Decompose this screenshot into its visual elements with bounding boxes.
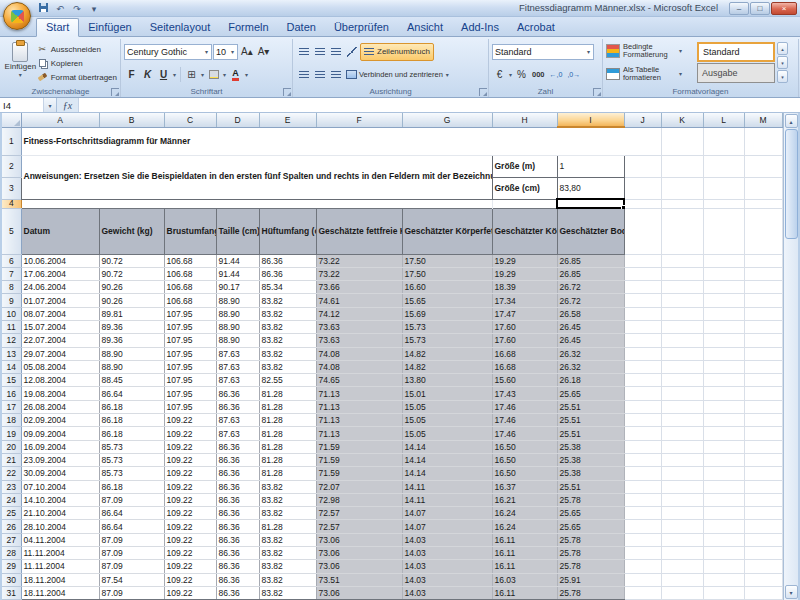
empty-cell[interactable] (661, 467, 703, 480)
data-cell[interactable]: 109.22 (164, 560, 216, 573)
height-m-value-cell[interactable]: 1 (557, 155, 624, 177)
data-cell[interactable]: 17.46 (492, 427, 557, 440)
data-cell[interactable]: 16.37 (492, 480, 557, 493)
row-header-23[interactable]: 23 (2, 480, 21, 493)
row-header-30[interactable]: 30 (2, 573, 21, 586)
data-cell[interactable]: 81.28 (259, 440, 316, 453)
empty-cell[interactable] (744, 573, 782, 586)
data-cell[interactable]: 15.73 (402, 320, 492, 333)
column-header-h[interactable]: H (492, 113, 557, 127)
number-format-dropdown-icon[interactable]: ▾ (587, 48, 590, 55)
row-header-3[interactable]: 3 (2, 177, 21, 199)
data-cell[interactable]: 25.38 (557, 453, 624, 466)
empty-cell[interactable] (661, 155, 703, 177)
data-cell[interactable]: 86.36 (216, 573, 259, 586)
data-cell[interactable]: 109.22 (164, 547, 216, 560)
empty-cell[interactable] (703, 267, 744, 280)
font-name-dropdown-icon[interactable]: ▾ (205, 48, 208, 55)
data-cell[interactable]: 72.07 (316, 480, 402, 493)
empty-cell[interactable] (744, 281, 782, 294)
empty-cell[interactable] (661, 560, 703, 573)
data-cell[interactable]: 17.47 (492, 307, 557, 320)
merge-center-button[interactable]: Verbinden und zentrieren▾ (344, 66, 452, 83)
data-cell[interactable]: 86.18 (99, 427, 164, 440)
data-cell[interactable]: 25.65 (557, 387, 624, 400)
save-button[interactable] (36, 3, 50, 14)
data-cell[interactable]: 04.11.2004 (21, 533, 99, 546)
format-as-table-button[interactable]: Als Tabelle formatieren ▾ (606, 63, 696, 85)
empty-cell[interactable] (744, 387, 782, 400)
empty-cell[interactable] (624, 547, 661, 560)
empty-cell[interactable] (744, 414, 782, 427)
minimize-button[interactable]: – (729, 2, 749, 15)
data-cell[interactable]: 88.45 (99, 374, 164, 387)
data-cell[interactable]: 82.55 (259, 374, 316, 387)
data-cell[interactable]: 15.69 (402, 307, 492, 320)
font-color-dropdown-icon[interactable]: ▾ (245, 71, 248, 78)
data-cell[interactable]: 14.03 (402, 547, 492, 560)
data-cell[interactable]: 15.05 (402, 400, 492, 413)
copy-button[interactable]: Kopieren (37, 57, 117, 69)
data-cell[interactable]: 86.36 (216, 467, 259, 480)
data-cell[interactable]: 17.60 (492, 334, 557, 347)
data-cell[interactable]: 15.01 (402, 387, 492, 400)
empty-cell[interactable] (661, 360, 703, 373)
data-cell[interactable]: 16.11 (492, 547, 557, 560)
data-cell[interactable]: 87.63 (216, 347, 259, 360)
row-header-1[interactable]: 1 (2, 127, 21, 155)
data-cell[interactable]: 14.07 (402, 520, 492, 533)
tab-seitenlayout[interactable]: Seitenlayout (141, 19, 220, 36)
data-cell[interactable]: 25.78 (557, 547, 624, 560)
row-header-16[interactable]: 16 (2, 387, 21, 400)
data-cell[interactable]: 106.68 (164, 294, 216, 307)
data-cell[interactable]: 73.06 (316, 547, 402, 560)
row-header-7[interactable]: 7 (2, 267, 21, 280)
data-cell[interactable]: 109.22 (164, 427, 216, 440)
empty-cell[interactable] (744, 208, 782, 254)
row-header-2[interactable]: 2 (2, 155, 21, 177)
name-box-dropdown-icon[interactable]: ▾ (44, 98, 57, 112)
row-header-13[interactable]: 13 (2, 347, 21, 360)
empty-cell[interactable] (624, 294, 661, 307)
align-left-button[interactable] (296, 66, 311, 83)
empty-cell[interactable] (744, 199, 782, 208)
data-cell[interactable]: 83.82 (259, 493, 316, 506)
empty-cell[interactable] (744, 467, 782, 480)
empty-cell[interactable] (744, 547, 782, 560)
scroll-down-icon[interactable]: ▾ (785, 585, 798, 599)
empty-cell[interactable] (703, 547, 744, 560)
row-header-20[interactable]: 20 (2, 440, 21, 453)
table-header[interactable]: Datum (21, 208, 99, 254)
empty-cell[interactable] (703, 177, 744, 199)
font-dialog-launcher[interactable] (283, 88, 291, 96)
data-cell[interactable]: 86.18 (99, 400, 164, 413)
empty-cell[interactable] (703, 127, 744, 155)
data-cell[interactable]: 25.38 (557, 467, 624, 480)
row-header-14[interactable]: 14 (2, 360, 21, 373)
data-cell[interactable]: 87.09 (99, 533, 164, 546)
row-header-15[interactable]: 15 (2, 374, 21, 387)
empty-cell[interactable] (661, 547, 703, 560)
height-cm-label-cell[interactable]: Größe (cm) (492, 177, 557, 199)
select-all-button[interactable] (2, 113, 21, 127)
grow-font-button[interactable]: A▴ (239, 43, 255, 60)
empty-cell[interactable] (624, 586, 661, 599)
cell-h4[interactable] (492, 199, 557, 208)
data-cell[interactable]: 71.13 (316, 414, 402, 427)
empty-cell[interactable] (624, 267, 661, 280)
data-cell[interactable]: 83.82 (259, 347, 316, 360)
data-cell[interactable]: 90.72 (99, 254, 164, 267)
empty-cell[interactable] (661, 520, 703, 533)
column-header-g[interactable]: G (402, 113, 492, 127)
underline-button[interactable]: U (156, 66, 171, 83)
data-cell[interactable]: 16.24 (492, 520, 557, 533)
data-cell[interactable]: 81.28 (259, 467, 316, 480)
empty-cell[interactable] (703, 320, 744, 333)
data-cell[interactable]: 14.10.2004 (21, 493, 99, 506)
empty-cell[interactable] (661, 507, 703, 520)
data-cell[interactable]: 74.65 (316, 374, 402, 387)
font-size-select[interactable]: 10▾ (213, 44, 238, 60)
data-cell[interactable]: 107.95 (164, 360, 216, 373)
data-cell[interactable]: 26.85 (557, 267, 624, 280)
paste-button[interactable]: Einfügen ▾ (4, 40, 37, 85)
